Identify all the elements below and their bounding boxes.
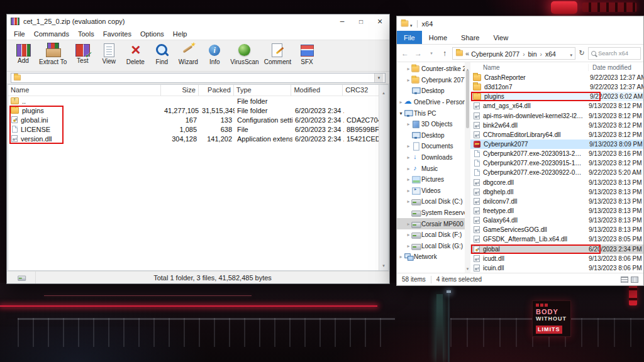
search-box[interactable] xyxy=(588,47,641,60)
winrar-titlebar[interactable]: cet_1_25_0.zip (evaluation copy) xyxy=(7,14,389,28)
menu-item[interactable]: Options xyxy=(136,29,169,39)
details-view-icon[interactable] xyxy=(621,277,628,283)
sidebar-scrollbar[interactable] xyxy=(465,62,470,273)
file-row[interactable]: Galaxy64.dll 9/13/2023 8:13 PM xyxy=(470,216,643,225)
file-row[interactable]: Cyberpunk2077.exe-20230915-170655-68... … xyxy=(470,158,643,168)
column-header-packed[interactable]: Packed xyxy=(199,85,234,96)
menu-item[interactable]: Commands xyxy=(30,29,74,39)
back-button[interactable] xyxy=(399,48,411,59)
sidebar-item[interactable]: Music xyxy=(397,163,465,174)
toolbar-button[interactable]: Extract To xyxy=(37,42,69,66)
archive-path-combobox[interactable] xyxy=(11,73,386,83)
sidebar-item[interactable]: Local Disk (G:) xyxy=(397,241,465,252)
scroll-up-icon[interactable] xyxy=(467,63,469,73)
ribbon-tab[interactable]: Home xyxy=(422,31,454,44)
column-header-crc32[interactable]: CRC32 xyxy=(343,85,378,96)
refresh-button[interactable] xyxy=(577,48,586,59)
ribbon-tab[interactable]: View xyxy=(486,31,515,44)
ribbon-tab[interactable]: File xyxy=(397,31,422,44)
sidebar-item[interactable]: This PC xyxy=(397,107,465,119)
archive-item-row[interactable]: LICENSE 1,085 638 File 6/20/2023 2:34 ..… xyxy=(8,124,388,134)
sidebar-item[interactable]: System Reserved xyxy=(397,207,465,219)
menu-item[interactable]: Help xyxy=(169,29,192,39)
sidebar-item[interactable]: Corsair MP600 C xyxy=(397,218,465,229)
explorer-titlebar[interactable]: x64 xyxy=(397,16,643,31)
sidebar-item[interactable]: Network xyxy=(397,251,465,263)
column-header-modified[interactable]: Modified xyxy=(291,85,343,96)
file-row[interactable]: bink2w64.dll 9/13/2023 8:12 PM xyxy=(470,121,643,130)
file-row[interactable]: GFSDK_Aftermath_Lib.x64.dll 9/13/2023 8:… xyxy=(470,234,643,244)
sidebar-item[interactable]: Downloads xyxy=(397,152,465,163)
search-input[interactable] xyxy=(598,50,638,57)
scroll-up-icon[interactable] xyxy=(382,86,385,96)
sidebar-item[interactable]: 3D Objects xyxy=(397,119,465,130)
file-row[interactable]: d3d12on7 9/22/2023 12:37 AM xyxy=(470,82,643,92)
toolbar-button[interactable]: Test xyxy=(70,42,95,65)
file-row[interactable]: CrashReporter 9/22/2023 12:37 AM xyxy=(470,73,643,82)
file-row[interactable]: global 6/20/2023 2:34 PM xyxy=(470,244,643,254)
sidebar-item[interactable]: Local Disk (F:) xyxy=(397,229,465,241)
forward-button[interactable] xyxy=(413,48,424,59)
file-row[interactable]: dbgcore.dll 9/13/2023 8:13 PM xyxy=(470,178,643,187)
sidebar-item[interactable]: Videos xyxy=(397,185,465,197)
column-header-name[interactable]: Name xyxy=(473,64,589,71)
archive-item-row[interactable]: plugins 41,277,105 31,515,349 File folde… xyxy=(8,106,388,115)
breadcrumb-overflow[interactable]: « xyxy=(465,50,469,57)
chevron-down-icon[interactable] xyxy=(410,18,413,30)
menu-item[interactable]: File xyxy=(9,29,30,39)
ribbon-tab[interactable]: Share xyxy=(454,31,486,44)
file-row[interactable]: dxilconv7.dll 9/13/2023 8:13 PM xyxy=(470,197,643,206)
toolbar-button[interactable]: Wizard xyxy=(175,42,201,66)
archive-item-row[interactable]: global.ini 167 133 Configuration setti..… xyxy=(8,115,388,124)
file-row[interactable]: Cyberpunk2077.exe-20230922-052029-49... … xyxy=(470,168,643,177)
scrollbar[interactable] xyxy=(379,85,388,270)
file-row[interactable]: Cyberpunk2077.exe-20230913-201553-45... … xyxy=(470,149,643,158)
maximize-button[interactable] xyxy=(352,14,370,28)
file-row[interactable]: api-ms-win-downlevel-kernel32-l2-1-0.dll… xyxy=(470,111,643,121)
menu-item[interactable]: Tools xyxy=(74,29,99,39)
file-row[interactable]: plugins 9/22/2023 6:02 AM xyxy=(470,92,643,101)
toolbar-button[interactable]: VirusScan xyxy=(228,42,260,66)
sidebar-item[interactable]: Desktop xyxy=(397,85,465,97)
chevron-down-icon[interactable] xyxy=(374,74,383,82)
sidebar-item[interactable]: OneDrive - Person xyxy=(397,97,465,108)
column-header-name[interactable]: Name xyxy=(8,85,161,96)
chevron-down-icon[interactable] xyxy=(570,48,572,59)
minimize-button[interactable] xyxy=(333,14,352,28)
close-button[interactable] xyxy=(370,14,389,28)
sidebar-item[interactable]: Documents xyxy=(397,141,465,152)
large-icons-view-icon[interactable] xyxy=(631,277,638,283)
toolbar-button[interactable]: Find xyxy=(149,42,174,66)
sidebar-item[interactable]: Local Disk (C:) xyxy=(397,196,465,207)
toolbar-button[interactable]: Info xyxy=(202,42,227,66)
column-header-size[interactable]: Size xyxy=(161,85,199,96)
up-button[interactable] xyxy=(439,48,450,59)
toolbar-button[interactable]: Delete xyxy=(123,42,148,66)
menu-item[interactable]: Favorites xyxy=(99,29,136,39)
toolbar-button[interactable]: Add xyxy=(11,42,36,65)
column-header-type[interactable]: Type xyxy=(234,85,292,96)
breadcrumb-item[interactable]: x64 xyxy=(537,48,556,59)
file-row[interactable]: CChromaEditorLibrary64.dll 9/13/2023 8:1… xyxy=(470,130,643,140)
sidebar-item[interactable]: Cyberpunk 2077 xyxy=(397,75,465,86)
scroll-down-icon[interactable] xyxy=(382,259,385,269)
scroll-down-icon[interactable] xyxy=(467,262,469,272)
file-row[interactable]: freetype.dll 9/13/2023 8:13 PM xyxy=(470,206,643,216)
toolbar-button[interactable]: View xyxy=(96,42,121,65)
sidebar-item[interactable]: Desktop xyxy=(397,130,465,141)
archive-item-row[interactable]: .. File folder xyxy=(8,96,388,106)
toolbar-button[interactable]: Comment xyxy=(262,42,293,66)
recent-locations-button[interactable] xyxy=(426,48,437,59)
archive-item-row[interactable]: version.dll 304,128 141,202 Application … xyxy=(8,134,388,143)
breadcrumb-item[interactable]: bin xyxy=(519,48,536,59)
file-row[interactable]: icuin.dll 9/13/2023 8:06 PM xyxy=(470,263,643,273)
file-row[interactable]: dbghelp.dll 9/13/2023 8:13 PM xyxy=(470,187,643,197)
sidebar-item[interactable]: Pictures xyxy=(397,174,465,185)
file-row[interactable]: Cyberpunk2077 9/13/2023 8:09 PM xyxy=(470,140,643,149)
file-row[interactable]: icudt.dll 9/13/2023 8:06 PM xyxy=(470,254,643,263)
file-row[interactable]: amd_ags_x64.dll 9/13/2023 8:12 PM xyxy=(470,101,643,111)
breadcrumb-item[interactable]: Cyberpunk 2077 xyxy=(471,48,519,59)
column-header-date-modified[interactable]: Date modified xyxy=(589,64,631,71)
sidebar-item[interactable]: Counter-strike 2 xyxy=(397,63,465,75)
file-row[interactable]: GameServicesGOG.dll 9/13/2023 8:13 PM xyxy=(470,225,643,234)
